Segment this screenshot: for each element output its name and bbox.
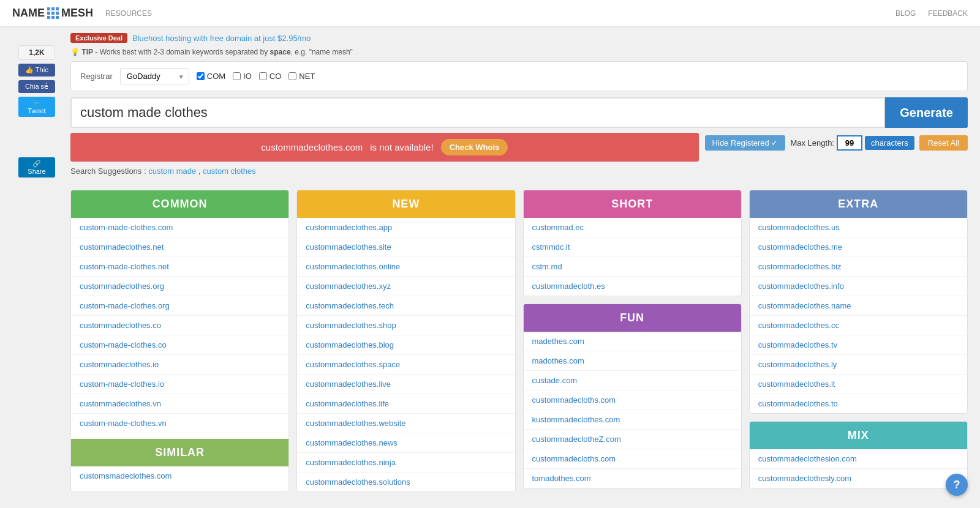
- new-domain-list: custommadeclothes.app custommadeclothes.…: [297, 218, 514, 491]
- com-checkbox-group: COM: [197, 72, 225, 81]
- nav-blog[interactable]: BLOG: [895, 9, 916, 18]
- deal-link[interactable]: Bluehost hosting with free domain at jus…: [132, 34, 311, 43]
- registrar-wrapper: GoDaddy Namecheap Name.com: [120, 68, 189, 84]
- domain-item[interactable]: custommadeclothes.me: [750, 237, 967, 257]
- co-label: CO: [270, 72, 282, 81]
- domain-item[interactable]: custommadeclothes.biz: [750, 257, 967, 277]
- domain-item[interactable]: custommadeclothes.tech: [297, 296, 514, 316]
- domain-item[interactable]: tomadothes.com: [524, 469, 741, 488]
- max-length-input[interactable]: [837, 135, 862, 151]
- domain-item[interactable]: custommadeclothes.io: [71, 355, 288, 375]
- deal-banner: Exclusive Deal Bluehost hosting with fre…: [70, 33, 968, 43]
- common-domain-list: custom-made-clothes.com custommadeclothe…: [71, 218, 288, 433]
- domain-item[interactable]: custommadeclothes.solutions: [297, 473, 514, 491]
- co-checkbox[interactable]: [259, 72, 267, 80]
- tip-text: 💡 TIP - Works best with 2-3 domain keywo…: [70, 48, 968, 56]
- domain-item[interactable]: custommadeclothes.online: [297, 257, 514, 277]
- domain-item[interactable]: custommadeclothes.blog: [297, 335, 514, 355]
- io-checkbox[interactable]: [233, 72, 241, 80]
- logo-grid-icon: [47, 7, 59, 19]
- domain-item[interactable]: madothes.com: [524, 351, 741, 371]
- domain-item[interactable]: custommadeclothes.life: [297, 394, 514, 414]
- domain-item[interactable]: custommadeclothes.space: [297, 355, 514, 375]
- linkedin-share-button[interactable]: 🔗 Share: [18, 157, 55, 177]
- unavailable-status: is not available!: [370, 142, 433, 152]
- help-button[interactable]: ?: [946, 474, 968, 496]
- domain-item[interactable]: cstmmdc.lt: [524, 237, 741, 257]
- domain-item[interactable]: custom-made-clothes.com: [71, 218, 288, 237]
- suggestion-custom-made[interactable]: custom made: [148, 166, 196, 176]
- domain-item[interactable]: custom-made-clothes.org: [71, 296, 288, 316]
- nav-resources[interactable]: RESOURCES: [105, 9, 152, 18]
- domain-item[interactable]: custommadeclothes.to: [750, 394, 967, 413]
- domain-item[interactable]: custommadeclothes.xyz: [297, 277, 514, 296]
- card-short: SHORT custommad.ec cstmmdc.lt cstm.md cu…: [523, 190, 742, 296]
- search-row: Generate: [70, 97, 968, 128]
- domain-item[interactable]: custommadeclothes.co: [71, 316, 288, 335]
- reset-all-button[interactable]: Reset All: [919, 135, 968, 151]
- domain-item[interactable]: custom-made-clothes.net: [71, 257, 288, 277]
- co-checkbox-group: CO: [259, 72, 282, 81]
- nav-feedback[interactable]: FEEDBACK: [928, 9, 968, 18]
- domain-item[interactable]: custommadecloths.com: [524, 390, 741, 410]
- domain-item[interactable]: custommadeclothesion.com: [750, 449, 967, 469]
- domain-item[interactable]: custommadeclothes.us: [750, 218, 967, 237]
- domain-item[interactable]: custommadecloth.es: [524, 277, 741, 296]
- header: NAME MESH RESOURCES BLOG FEEDBACK: [0, 0, 980, 27]
- domain-item[interactable]: custommadeclothes.live: [297, 375, 514, 394]
- domain-item[interactable]: custommadeclothes.info: [750, 277, 967, 296]
- header-left: NAME MESH RESOURCES: [12, 7, 152, 20]
- domain-item[interactable]: custommadeclotheZ.com: [524, 430, 741, 449]
- suggestions-label: Search Suggestions :: [70, 166, 146, 176]
- similar-domain-list: customsmadeclothes.com: [71, 466, 288, 485]
- domain-item[interactable]: custommadeclothes.shop: [297, 316, 514, 335]
- availability-bar: custommadeclothes.com is not available! …: [70, 133, 699, 162]
- card-mix-header: MIX: [750, 422, 967, 449]
- domain-item[interactable]: custom-made-clothes.co: [71, 335, 288, 355]
- domain-item[interactable]: custommadeclothes.app: [297, 218, 514, 237]
- domain-item[interactable]: custommadeclothes.ly: [750, 355, 967, 375]
- domain-item[interactable]: custommadeclothes.org: [71, 277, 288, 296]
- net-checkbox[interactable]: [288, 72, 296, 80]
- check-whois-button[interactable]: Check Whois: [441, 139, 508, 155]
- domain-item[interactable]: custommadeclothes.cc: [750, 316, 967, 335]
- generate-button[interactable]: Generate: [885, 97, 968, 128]
- com-label: COM: [207, 72, 225, 81]
- domain-item[interactable]: custommadeclothes.tv: [750, 335, 967, 355]
- domain-item[interactable]: cstm.md: [524, 257, 741, 277]
- domain-item[interactable]: custommadeclothes.name: [750, 296, 967, 316]
- fb-like-button[interactable]: 👍 Thíc: [18, 64, 55, 77]
- logo: NAME MESH: [12, 7, 93, 20]
- domain-item[interactable]: madethes.com: [524, 332, 741, 351]
- registrar-select[interactable]: GoDaddy Namecheap Name.com: [120, 68, 189, 84]
- hide-registered-button[interactable]: Hide Registered ✓: [705, 135, 786, 151]
- domain-item[interactable]: custommadeclothes.website: [297, 414, 514, 433]
- suggestion-custom-clothes[interactable]: custom clothes: [203, 166, 256, 176]
- domain-item[interactable]: kustommadeclothes.com: [524, 410, 741, 430]
- domain-item[interactable]: custommadecloths.com: [524, 449, 741, 469]
- domain-item[interactable]: custommadeclothes.vn: [71, 394, 288, 414]
- tip-body: - Works best with 2-3 domain keywords se…: [93, 48, 268, 56]
- social-sidebar: 1,2K 👍 Thíc Chia sẻ 🐦 Tweet 🔗 Share: [12, 33, 61, 492]
- domain-item[interactable]: custom-made-clothes.vn: [71, 414, 288, 433]
- domain-item[interactable]: custommadeclothes.news: [297, 433, 514, 453]
- domain-item[interactable]: custade.com: [524, 371, 741, 390]
- net-label: NET: [299, 72, 315, 81]
- domain-item[interactable]: custommadeclothes.site: [297, 237, 514, 257]
- fb-share-button[interactable]: Chia sẻ: [18, 80, 55, 93]
- card-fun: FUN madethes.com madothes.com custade.co…: [523, 304, 742, 488]
- domain-item[interactable]: custommad.ec: [524, 218, 741, 237]
- logo-name: NAME: [12, 7, 45, 20]
- domain-item[interactable]: custommadeclothesly.com: [750, 469, 967, 488]
- search-input[interactable]: [70, 97, 885, 128]
- domain-item[interactable]: custom-made-clothes.io: [71, 375, 288, 394]
- domain-item[interactable]: custommadeclothes.ninja: [297, 453, 514, 473]
- domain-item[interactable]: custommadeclothes.it: [750, 375, 967, 394]
- card-fun-header: FUN: [524, 304, 741, 332]
- domain-item[interactable]: customsmadeclothes.com: [71, 466, 288, 485]
- domain-item[interactable]: custommadeclothes.net: [71, 237, 288, 257]
- logo-mesh: MESH: [61, 7, 93, 20]
- com-checkbox[interactable]: [197, 72, 205, 80]
- registrar-label: Registrar: [80, 72, 113, 81]
- twitter-tweet-button[interactable]: 🐦 Tweet: [18, 97, 55, 117]
